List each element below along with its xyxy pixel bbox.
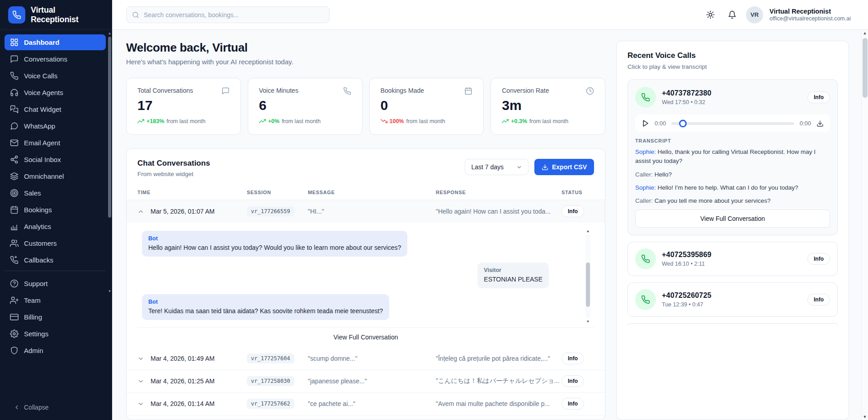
sidebar-scrollbar-thumb[interactable] <box>108 37 111 218</box>
dashboard-grid-icon <box>10 38 19 47</box>
user-menu[interactable]: Virtual Receptionist office@virtualrecep… <box>769 7 851 23</box>
sidebar-item-dashboard[interactable]: Dashboard <box>5 34 106 50</box>
call-number: +40725260725 <box>662 291 712 300</box>
page-scrollbar-thumb[interactable] <box>863 38 868 98</box>
info-button[interactable]: Info <box>561 205 584 217</box>
audio-player: 0:00 0:00 <box>635 115 830 132</box>
scroll-down-icon[interactable]: ▼ <box>586 320 590 324</box>
table-row[interactable]: Mar 5, 2026, 01:07 AM vr_177266559 "HI..… <box>127 200 605 223</box>
phone-callback-icon <box>10 256 19 264</box>
transcript-line: Caller: Can you tell me more about your … <box>635 196 830 205</box>
sidebar-item-admin[interactable]: Admin <box>5 343 106 358</box>
download-icon[interactable] <box>816 120 824 127</box>
shield-icon <box>10 346 19 355</box>
chevron-down-icon[interactable] <box>137 378 144 385</box>
scroll-down-icon[interactable]: ▼ <box>108 290 112 293</box>
session-badge: vr_177257604 <box>247 353 294 363</box>
sidebar-item-voice-calls[interactable]: Voice Calls <box>5 68 106 84</box>
sidebar-item-conversations[interactable]: Conversations <box>5 51 106 67</box>
info-button[interactable]: Info <box>807 294 830 305</box>
calendar-icon <box>464 87 472 95</box>
table-header: TIME SESSION MESSAGE RESPONSE STATUS <box>127 185 605 200</box>
table-row[interactable]: Mar 4, 2026, 01:14 AM vr_177257662 "ce p… <box>127 393 605 415</box>
expanded-conversation: Bot Hello again! How can I assist you to… <box>127 223 605 348</box>
search-input[interactable] <box>144 11 324 19</box>
info-button[interactable]: Info <box>807 91 830 103</box>
sidebar-item-team[interactable]: Team <box>5 292 106 308</box>
topbar: VR Virtual Receptionist office@virtualre… <box>112 0 868 30</box>
trending-up-icon <box>502 118 509 124</box>
date-range-select[interactable]: Last 7 days <box>465 159 528 175</box>
stat-value: 0 <box>381 98 473 113</box>
view-full-conversation-button[interactable]: View Full Conversation <box>635 210 830 228</box>
info-button[interactable]: Info <box>807 253 830 265</box>
voice-call-item[interactable]: +40725395869 Wed 16:10 • 2:11 Info <box>627 242 838 276</box>
sidebar-item-bookings[interactable]: Bookings <box>5 202 106 218</box>
conversations-subtitle: From website widget <box>137 171 210 177</box>
gear-icon <box>10 329 19 338</box>
brand-name: Virtual Receptionist <box>31 5 104 24</box>
theme-toggle-button[interactable] <box>703 7 718 23</box>
page-title: Welcome back, Virtual <box>126 41 605 55</box>
notifications-button[interactable] <box>724 7 740 23</box>
stat-change: +0.3% <box>511 118 527 124</box>
sidebar-item-analytics[interactable]: Analytics <box>5 219 106 234</box>
view-full-conversation-link[interactable]: View Full Conversation <box>137 327 594 348</box>
clock-icon <box>586 87 594 95</box>
info-button[interactable]: Info <box>561 375 584 387</box>
user-avatar[interactable]: VR <box>746 6 763 24</box>
global-search[interactable] <box>126 6 330 23</box>
chat-scrollbar[interactable]: ▲ ▼ <box>585 229 590 324</box>
play-icon[interactable] <box>642 119 649 127</box>
session-badge: vr_177257662 <box>247 399 294 409</box>
headphones-icon <box>10 88 19 97</box>
chevron-up-icon[interactable] <box>137 208 144 215</box>
envelope-icon <box>10 138 19 147</box>
seek-slider-thumb[interactable] <box>679 119 687 127</box>
info-button[interactable]: Info <box>561 398 584 410</box>
sidebar-item-sales[interactable]: Sales <box>5 185 106 201</box>
sidebar-item-chat-widget[interactable]: Chat Widget <box>5 101 106 117</box>
sidebar-item-whatsapp[interactable]: WhatsApp <box>5 118 106 134</box>
stat-card-conversion-rate: Conversion Rate 3m +0.3% from last month <box>491 78 605 135</box>
sidebar-item-customers[interactable]: Customers <box>5 235 106 251</box>
visitor-message-bubble: Visitor ESTONIAN PLEASE <box>477 262 549 288</box>
brand-phone-icon <box>8 6 25 24</box>
stat-change: 100% <box>390 118 404 124</box>
share-icon <box>10 155 19 164</box>
theme-sun-icon <box>706 10 715 19</box>
session-badge: vr_177258030 <box>247 376 294 386</box>
scroll-up-icon[interactable]: ▲ <box>863 30 867 36</box>
sidebar-item-social-inbox[interactable]: Social Inbox <box>5 152 106 167</box>
scroll-up-icon[interactable]: ▲ <box>108 32 112 35</box>
page-scrollbar[interactable]: ▲ ▼ <box>861 30 868 420</box>
chat-widget-icon <box>10 105 19 114</box>
seek-slider[interactable] <box>671 122 794 125</box>
sidebar-collapse-button[interactable]: Collapse <box>0 396 112 420</box>
sidebar-item-support[interactable]: Support <box>5 276 106 291</box>
sidebar-item-billing[interactable]: Billing <box>5 309 106 325</box>
sidebar-item-email-agent[interactable]: Email Agent <box>5 135 106 151</box>
voice-call-item[interactable]: +40737872380 Wed 17:50 • 0:32 Info 0:00 … <box>627 79 838 235</box>
sidebar-item-settings[interactable]: Settings <box>5 326 106 342</box>
table-row[interactable]: Mar 4, 2026, 01:25 AM vr_177258030 "japa… <box>127 370 605 393</box>
scroll-up-icon[interactable]: ▲ <box>586 229 590 233</box>
layers-icon <box>10 172 19 181</box>
chevron-down-icon[interactable] <box>137 401 144 407</box>
stat-change: +183% <box>146 118 164 124</box>
chevron-down-icon[interactable] <box>137 355 144 362</box>
call-meta: Wed 17:50 • 0:32 <box>662 99 712 105</box>
table-row[interactable]: Mar 4, 2026, 01:49 AM vr_177257604 "scum… <box>127 348 605 370</box>
sidebar-item-omnichannel[interactable]: Omnichannel <box>5 168 106 184</box>
scroll-down-icon[interactable]: ▼ <box>863 414 867 420</box>
stat-value: 3m <box>502 98 594 113</box>
chat-scrollbar-thumb[interactable] <box>586 262 590 306</box>
sidebar-item-voice-agents[interactable]: Voice Agents <box>5 85 106 100</box>
recent-voice-calls-card: Recent Voice Calls Click to play & view … <box>616 41 849 420</box>
export-csv-button[interactable]: Export CSV <box>534 159 594 175</box>
sidebar-item-callbacks[interactable]: Callbacks <box>5 252 106 268</box>
voice-call-item[interactable]: +40725260725 Tue 12:39 • 0:47 Info <box>627 282 838 317</box>
info-button[interactable]: Info <box>561 353 584 364</box>
chat-messages-scroll[interactable]: Bot Hello again! How can I assist you to… <box>137 227 594 327</box>
sidebar-scrollbar[interactable]: ▲ ▼ <box>108 32 112 293</box>
